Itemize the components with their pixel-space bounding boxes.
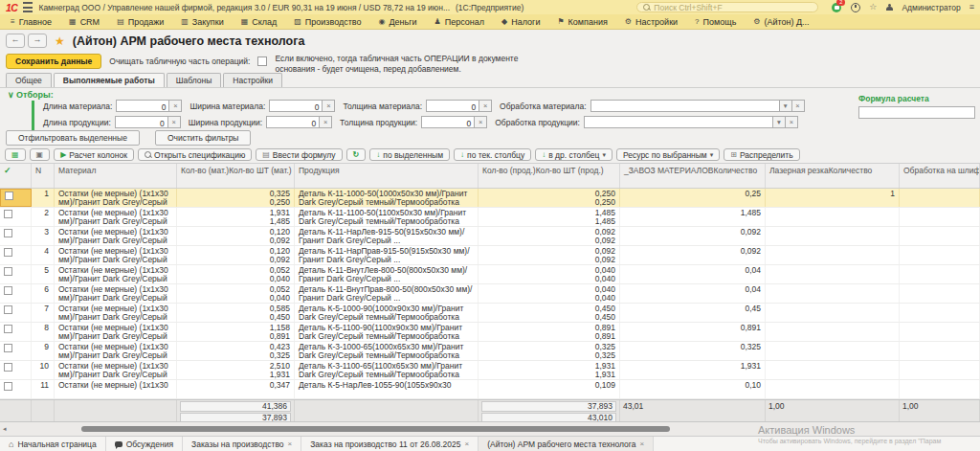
qty-mat-cell[interactable]: 0,4230,325 <box>177 342 295 360</box>
laser-cell[interactable] <box>766 265 900 283</box>
row-checkbox[interactable] <box>4 210 12 218</box>
qty-mat-cell[interactable]: 0,347 <box>177 380 295 398</box>
laser-cell[interactable] <box>766 342 900 360</box>
toolbar-button-Ввести-формулу[interactable]: ▤Ввести формулу <box>256 148 342 161</box>
row-select-cell[interactable] <box>0 342 32 360</box>
tab-1[interactable]: Выполняемые работы <box>54 73 165 88</box>
menu-item-12[interactable]: ⚙(Айтон) Д... <box>745 14 817 29</box>
current-user[interactable]: Администратор <box>902 3 960 12</box>
material-cell[interactable]: Остатки (не мерные) (1x1x30 мм)/Гранит D… <box>55 208 177 226</box>
filter-input[interactable]: 0× <box>421 116 487 128</box>
clear-filters-button[interactable]: Очистить фильтры <box>155 130 252 146</box>
delivery-cell[interactable]: 0,092 <box>620 227 766 245</box>
material-cell[interactable]: Остатки (не мерные) (1x1x30 мм)/Гранит D… <box>55 265 177 283</box>
toolbar-button-Распределить[interactable]: ⊞Распределить <box>724 148 799 161</box>
column-header-material[interactable]: Материал <box>55 164 177 188</box>
table-row[interactable]: 2Остатки (не мерные) (1x1x30 мм)/Гранит … <box>0 208 980 227</box>
qty-mat-cell[interactable]: 1,9311,485 <box>177 208 295 226</box>
row-select-cell[interactable] <box>0 208 32 226</box>
product-cell[interactable]: Деталь К-11-1100-50(1100x50x30 мм)/Грани… <box>295 208 479 226</box>
row-checkbox[interactable] <box>4 267 12 276</box>
qty-prod-cell[interactable]: 0,0400,040 <box>479 284 620 303</box>
close-icon[interactable]: × <box>464 440 469 448</box>
table-row[interactable]: 7Остатки (не мерные) (1x1x30 мм)/Гранит … <box>0 304 980 323</box>
filter-input[interactable]: 0× <box>266 116 332 128</box>
delivery-cell[interactable]: 1,485 <box>620 208 766 226</box>
clear-icon[interactable]: × <box>168 101 181 111</box>
qty-prod-cell[interactable]: 0,109 <box>479 380 620 398</box>
grinding-cell[interactable] <box>900 265 980 283</box>
filter-input[interactable]: ▾× <box>584 116 798 128</box>
table-row[interactable]: 9Остатки (не мерные) (1x1x30 мм)/Гранит … <box>0 342 980 361</box>
clear-icon[interactable]: × <box>474 117 486 127</box>
material-cell[interactable]: Остатки (не мерные) (1x1x30 мм)/Гранит D… <box>55 227 177 245</box>
material-cell[interactable]: Остатки (не мерные) (1x1x30 мм)/Гранит D… <box>55 284 177 303</box>
grinding-cell[interactable] <box>900 323 980 341</box>
product-cell[interactable]: Деталь К-11-ВнутПрав-800-50(800x50x30 мм… <box>295 284 479 303</box>
filter-selected-button[interactable]: Отфильтровать выделенные <box>6 130 140 146</box>
product-cell[interactable]: Деталь К-3-1000-65(1000x65x30 мм)/Гранит… <box>295 342 479 360</box>
material-cell[interactable]: Остатки (не мерные) (1x1x30 мм)/Гранит D… <box>55 361 177 379</box>
qty-mat-cell[interactable]: 1,1580,891 <box>177 323 295 341</box>
product-cell[interactable]: Деталь К-3-1100-65(1100x65x30 мм)/Гранит… <box>295 361 479 379</box>
delivery-cell[interactable]: 0,45 <box>620 304 766 322</box>
row-checkbox[interactable] <box>4 248 12 257</box>
row-select-cell[interactable] <box>0 265 32 283</box>
grinding-cell[interactable] <box>900 380 980 398</box>
delivery-cell[interactable]: 0,092 <box>620 246 766 264</box>
material-cell[interactable]: Остатки (не мерные) (1x1x30 мм)/Гранит D… <box>55 189 177 207</box>
menu-item-6[interactable]: ◉Деньги <box>370 14 426 29</box>
laser-cell[interactable] <box>766 284 900 303</box>
laser-cell[interactable] <box>766 361 900 379</box>
laser-cell[interactable] <box>766 304 900 322</box>
qty-mat-cell[interactable]: 0,5850,450 <box>177 304 295 322</box>
laser-cell[interactable] <box>766 323 900 341</box>
service-menu-icon[interactable]: ≡ <box>969 3 974 11</box>
product-cell[interactable]: Деталь К-11-НарПрав-915-50(915x50x30 мм)… <box>295 246 479 264</box>
laser-cell[interactable]: 1 <box>766 189 900 207</box>
table-row[interactable]: 1Остатки (не мерные) (1x1x30 мм)/Гранит … <box>0 189 980 208</box>
menu-item-10[interactable]: ⚙Настройки <box>616 14 686 29</box>
delivery-cell[interactable]: 0,25 <box>620 189 766 207</box>
laser-cell[interactable] <box>766 208 900 226</box>
menu-item-11[interactable]: ?Помощь <box>686 14 745 29</box>
favorites-icon[interactable]: ☆ <box>869 3 877 11</box>
toolbar-button-1[interactable]: ▣ <box>30 148 51 161</box>
toolbar-button-0[interactable]: ▦ <box>5 148 26 161</box>
product-cell[interactable]: Деталь К-11-НарЛев-915-50(915x50x30 мм)/… <box>295 227 479 245</box>
row-select-cell[interactable] <box>0 246 32 264</box>
clear-icon[interactable]: × <box>785 117 797 127</box>
clear-ops-checkbox[interactable] <box>257 56 267 66</box>
notifications-button[interactable]: 2 <box>832 2 842 12</box>
column-header-grinding[interactable]: Обработка на шлифовКоличество <box>900 164 980 188</box>
table-row[interactable]: 4Остатки (не мерные) (1x1x30 мм)/Гранит … <box>0 246 980 265</box>
menu-item-0[interactable]: ≡Главное <box>2 14 60 29</box>
menu-item-1[interactable]: ▦CRM <box>60 14 108 29</box>
row-select-cell[interactable] <box>0 323 32 341</box>
product-cell[interactable]: Деталь К-5-1000-90(1000x90x30 мм)/Гранит… <box>295 304 479 322</box>
qty-mat-cell[interactable]: 0,3250,250 <box>177 189 295 207</box>
laser-cell[interactable] <box>766 380 900 398</box>
laser-cell[interactable] <box>766 246 900 264</box>
taskbar-tab-3[interactable]: Заказ на производство 11 от 26.08.2025× <box>301 437 479 451</box>
horizontal-scrollbar[interactable] <box>81 426 670 432</box>
formula-input[interactable] <box>858 106 975 119</box>
qty-prod-cell[interactable]: 0,4500,450 <box>479 304 620 322</box>
toolbar-button-Расчет-колонок[interactable]: ▶Расчет колонок <box>54 148 134 161</box>
clear-icon[interactable]: × <box>479 101 491 111</box>
tab-3[interactable]: Настройки <box>223 73 282 88</box>
toolbar-button-Ресурс-по-выбранным[interactable]: Ресурс по выбранным▾ <box>616 148 720 161</box>
tab-2[interactable]: Шаблоны <box>167 73 222 88</box>
history-icon[interactable] <box>851 3 860 12</box>
delivery-cell[interactable]: 1,931 <box>620 361 766 379</box>
toolbar-button-по-тек-столбцу[interactable]: ↓по тек. столбцу <box>454 148 531 161</box>
qty-mat-cell[interactable]: 0,1200,092 <box>177 246 295 264</box>
product-cell[interactable]: Деталь К-11-ВнутЛев-800-50(800x50x30 мм)… <box>295 265 479 283</box>
column-header-sel[interactable]: ✓ <box>0 164 32 188</box>
material-cell[interactable]: Остатки (не мерные) (1x1x30 мм)/Гранит D… <box>55 323 177 341</box>
column-header-product[interactable]: Продукция <box>295 164 479 188</box>
menu-item-8[interactable]: ◆Налоги <box>493 14 548 29</box>
toolbar-button-по-выделенным[interactable]: ↓по выделенным <box>369 148 450 161</box>
column-header-qty_mat[interactable]: Кол-во (мат.)Кол-во ШТ (мат.) <box>177 164 295 188</box>
grinding-cell[interactable] <box>900 304 980 322</box>
